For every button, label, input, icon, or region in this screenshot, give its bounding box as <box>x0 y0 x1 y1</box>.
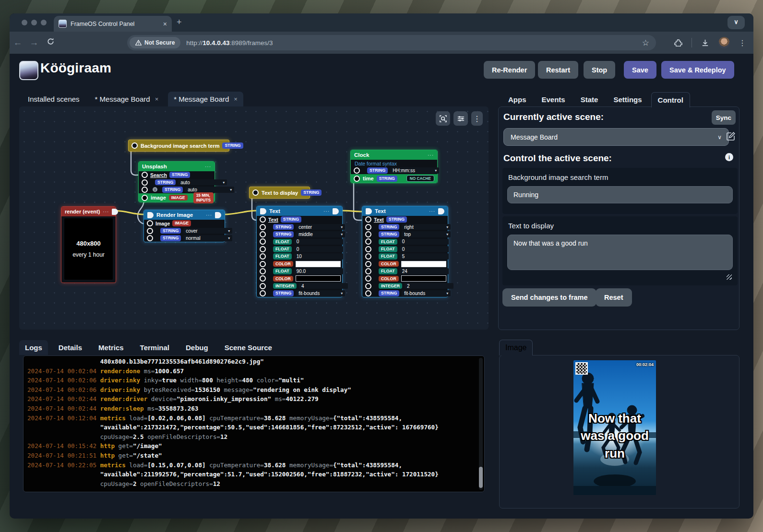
forward-icon[interactable]: → <box>26 37 42 48</box>
scrollbar-thumb[interactable] <box>479 467 483 488</box>
input-port[interactable] <box>142 172 148 178</box>
node-render-image[interactable]: Render Image ··· ImageIMAGEPlacementSTRI… <box>143 210 225 242</box>
canvas-menu-icon[interactable]: ⋮ <box>471 111 483 126</box>
node-text-1[interactable]: Text ··· TextSTRINGAlignSTRINGcenter▾Ali… <box>256 206 343 297</box>
tab-terminal[interactable]: Terminal <box>134 340 175 355</box>
param-select[interactable]: right▾ <box>402 224 451 230</box>
tab-message-board-2[interactable]: * Message Board× <box>168 92 243 106</box>
tab-scene-source[interactable]: Scene Source <box>219 340 278 355</box>
input-port[interactable] <box>354 167 360 174</box>
color-swatch[interactable] <box>401 261 446 267</box>
tab-state[interactable]: State <box>574 92 605 107</box>
param-select[interactable]: auto▾ <box>178 179 227 186</box>
window-zoom-button[interactable] <box>41 20 47 25</box>
filter-sliders-icon[interactable] <box>453 111 468 126</box>
dispatch-input-icon[interactable] <box>147 212 154 218</box>
node-clock[interactable]: Clock ··· Date format syntax FormatSTRIN… <box>350 150 438 183</box>
color-swatch[interactable] <box>296 275 341 282</box>
back-icon[interactable]: ← <box>10 37 26 48</box>
node-header[interactable]: Text ··· <box>362 206 448 216</box>
scene-select[interactable]: Message Board ∨ <box>503 128 729 146</box>
param-input[interactable]: 5 <box>400 253 449 260</box>
tab-logs[interactable]: Logs <box>19 340 48 355</box>
node-header[interactable]: Text ··· <box>257 206 342 216</box>
date-format-link[interactable]: Date format syntax <box>351 160 437 167</box>
param-input[interactable]: 24 <box>400 268 449 274</box>
param-select[interactable]: top▾ <box>402 231 451 237</box>
input-port[interactable] <box>147 235 153 241</box>
node-menu-icon[interactable]: ··· <box>429 209 435 214</box>
tab-control[interactable]: Control <box>651 92 690 107</box>
profile-avatar[interactable] <box>718 37 730 48</box>
info-icon[interactable]: i <box>725 153 733 161</box>
sync-button[interactable]: Sync <box>712 110 736 125</box>
param-select[interactable]: cover▾ <box>183 228 232 234</box>
scene-graph-canvas[interactable]: ⋮ Background image search term STRING Te… <box>19 106 489 330</box>
param-input[interactable]: 0 <box>400 239 449 245</box>
input-port[interactable] <box>260 238 266 245</box>
tab-apps[interactable]: Apps <box>502 92 533 107</box>
input-port[interactable] <box>260 275 266 282</box>
input-port[interactable] <box>365 216 371 223</box>
param-select[interactable]: normal▾ <box>183 235 232 241</box>
console-scrollbar[interactable] <box>479 358 483 490</box>
tab-installed-scenes[interactable]: Installed scenes <box>22 92 85 106</box>
input-port[interactable] <box>147 228 153 234</box>
reset-button[interactable]: Reset <box>596 288 632 307</box>
tab-debug[interactable]: Debug <box>180 340 214 355</box>
node-unsplash[interactable]: Unsplash ··· SearchSTRINGOrientationSTRI… <box>138 161 215 202</box>
node-render-event[interactable]: render (event) ··· 480x800 every 1 hour <box>61 206 116 283</box>
textarea-resize-grip[interactable] <box>727 274 732 280</box>
input-port[interactable] <box>365 268 371 274</box>
zoom-to-fit-icon[interactable] <box>436 111 450 126</box>
node-header[interactable]: render (event) ··· <box>61 207 116 216</box>
input-port[interactable] <box>365 290 371 296</box>
reload-icon[interactable] <box>42 37 59 48</box>
input-port[interactable] <box>260 261 266 267</box>
window-minimize-button[interactable] <box>31 20 37 25</box>
input-port[interactable] <box>142 187 148 193</box>
param-input[interactable]: 0 <box>400 246 449 252</box>
stop-button[interactable]: Stop <box>584 61 615 79</box>
param-input[interactable]: 0 <box>294 246 343 252</box>
param-select[interactable]: fit-bounds▾ <box>402 290 451 296</box>
input-port[interactable] <box>260 231 266 237</box>
text-to-display-textarea[interactable]: Now that was a good run <box>507 235 733 270</box>
tab-image[interactable]: Image <box>499 340 533 355</box>
rerender-button[interactable]: Re-Render <box>484 61 535 79</box>
node-header[interactable]: Clock ··· <box>351 150 437 160</box>
tab-settings[interactable]: Settings <box>607 92 648 107</box>
node-text-pill[interactable]: Text to display STRING <box>249 187 310 199</box>
param-input[interactable]: 0 <box>294 239 343 245</box>
input-port[interactable] <box>142 179 148 186</box>
bookmark-star-icon[interactable]: ☆ <box>642 38 649 48</box>
input-port[interactable] <box>260 283 266 289</box>
restart-button[interactable]: Restart <box>538 61 578 79</box>
dispatch-output-icon[interactable] <box>112 209 118 215</box>
dispatch-input-icon[interactable] <box>366 208 372 214</box>
node-header[interactable]: Unsplash ··· <box>139 162 215 171</box>
param-input[interactable]: 2 <box>405 283 453 289</box>
tab-events[interactable]: Events <box>536 92 572 107</box>
not-secure-chip[interactable]: Not Secure <box>130 37 180 48</box>
input-port[interactable] <box>260 268 266 274</box>
param-input[interactable]: 90.0 <box>294 268 343 274</box>
dispatch-output-icon[interactable] <box>215 212 221 218</box>
edit-scene-icon[interactable] <box>726 131 736 142</box>
frame-preview[interactable]: 00:02:04 Now thatwas a goodrun <box>573 360 656 495</box>
node-header[interactable]: Render Image ··· <box>144 210 225 220</box>
window-close-button[interactable] <box>22 20 27 25</box>
address-bar[interactable]: Not Secure http://10.4.0.43:8989/frames/… <box>127 35 656 50</box>
extensions-icon[interactable] <box>674 38 683 47</box>
input-port[interactable] <box>147 220 153 226</box>
param-select[interactable]: fit-bounds▾ <box>296 290 345 296</box>
dispatch-input-icon[interactable] <box>260 208 266 214</box>
param-select[interactable]: center▾ <box>296 224 345 230</box>
close-tab-icon[interactable]: × <box>234 95 238 103</box>
browser-menu-icon[interactable]: ⋮ <box>739 38 747 47</box>
info-icon[interactable]: i <box>153 187 157 192</box>
bg-search-term-input[interactable] <box>507 186 733 203</box>
color-swatch[interactable] <box>401 275 446 282</box>
dispatch-output-icon[interactable] <box>438 208 444 214</box>
log-console[interactable]: 480x800.b13be7771235536afb461d890276e2c9… <box>23 355 485 492</box>
